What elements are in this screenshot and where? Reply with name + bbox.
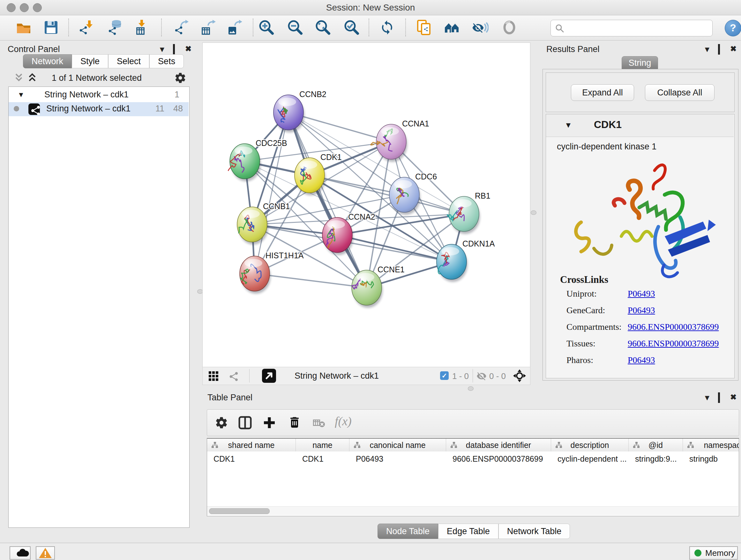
column-header-@id[interactable]: @id <box>629 439 683 451</box>
table-panel-maximize-button[interactable] <box>718 393 720 402</box>
table-cell[interactable]: CDK1 <box>207 452 296 466</box>
tab-style[interactable]: Style <box>72 54 108 68</box>
network-row-selected[interactable]: String Network – cdk1 11 48 <box>9 102 189 116</box>
network-node-RB1[interactable]: RB1 <box>448 191 490 234</box>
table-cell[interactable]: 9606.ENSP00000378699 <box>446 452 551 466</box>
table-panel-float-button[interactable]: ▼ <box>703 393 711 402</box>
results-panel-close-button[interactable]: ✖ <box>730 44 737 53</box>
network-node-CCNB2[interactable]: CCNB2 <box>273 90 327 132</box>
tab-select[interactable]: Select <box>108 54 149 68</box>
export-image-button[interactable] <box>226 19 243 36</box>
import-table-file-button[interactable] <box>133 19 150 36</box>
scrollbar-thumb[interactable] <box>209 508 270 514</box>
zoom-out-button[interactable] <box>287 19 304 36</box>
network-node-CDC6[interactable]: CDC6 <box>389 172 437 215</box>
export-network-button[interactable] <box>173 19 189 36</box>
network-edge-CCNA2-CDKN1A[interactable] <box>337 235 452 262</box>
results-panel-float-button[interactable]: ▼ <box>703 45 711 54</box>
show-all-networks-button[interactable] <box>444 19 460 36</box>
cloud-button[interactable] <box>10 546 30 560</box>
column-label: @id <box>649 441 663 449</box>
crosslink-value-link[interactable]: P06493 <box>628 289 655 299</box>
control-panel-float-button[interactable]: ▼ <box>158 45 166 54</box>
crosslink-value-link[interactable]: 9606.ENSP00000378699 <box>628 322 719 332</box>
table-cell[interactable]: stringdb <box>683 452 739 466</box>
birds-eye-grid-icon[interactable] <box>208 371 219 381</box>
function-builder-icon[interactable]: f(x) <box>335 414 352 428</box>
network-canvas[interactable]: CCNB2CCNA1CDC25BCDK1CDC6RB1CCNB1CCNA2CDK… <box>202 43 530 367</box>
column-header-shared-name[interactable]: shared name <box>207 439 296 451</box>
expand-collapse-box: Expand All Collapse All <box>546 72 735 112</box>
table-cell[interactable]: P06493 <box>349 452 446 466</box>
expand-all-button[interactable]: Expand All <box>571 84 634 101</box>
table-cell[interactable]: cyclin-dependent ... <box>551 452 629 466</box>
table-cell[interactable]: stringdb:9... <box>629 452 683 466</box>
toolbar-separator <box>368 18 369 37</box>
column-header-name[interactable]: name <box>296 439 349 451</box>
network-list: ▼ String Network – cdk1 1 String Network… <box>8 86 190 528</box>
tab-node-table[interactable]: Node Table <box>378 523 438 539</box>
warnings-button[interactable] <box>36 546 55 560</box>
network-edge-CDK1-RB1[interactable] <box>310 175 464 214</box>
results-panel-maximize-button[interactable] <box>718 45 720 54</box>
entry-collapse-arrow-icon[interactable]: ▼ <box>564 121 572 130</box>
network-share-icon[interactable] <box>227 370 239 381</box>
column-header-canonical-name[interactable]: canonical name <box>349 439 446 451</box>
help-button[interactable]: ? <box>725 20 741 37</box>
add-column-plus-icon[interactable] <box>263 416 276 429</box>
detach-view-button[interactable] <box>262 369 276 383</box>
column-label: description <box>570 441 609 449</box>
clone-network-button[interactable] <box>416 19 432 36</box>
table-options-gear-icon[interactable] <box>215 416 228 429</box>
import-network-file-button[interactable] <box>77 19 94 36</box>
network-node-HIST1H1A[interactable]: HIST1H1A <box>240 251 304 294</box>
tab-network[interactable]: Network <box>23 54 72 68</box>
gene-entry-header[interactable]: ▼ CDK1 <box>546 114 734 137</box>
import-network-database-button[interactable] <box>107 19 124 36</box>
save-session-button[interactable] <box>43 19 59 36</box>
crosslink-value-link[interactable]: P06493 <box>628 355 655 365</box>
memory-button[interactable]: Memory <box>689 546 738 560</box>
collapse-all-button[interactable]: Collapse All <box>645 84 715 101</box>
main-toolbar: ? <box>0 15 741 41</box>
column-header-description[interactable]: description <box>551 439 629 451</box>
search-input[interactable] <box>567 21 709 35</box>
tab-network-table[interactable]: Network Table <box>498 523 570 539</box>
network-options-gear-icon[interactable] <box>174 72 186 84</box>
zoom-in-button[interactable] <box>258 19 275 36</box>
network-node-CDKN1A[interactable]: CDKN1A <box>436 239 495 282</box>
tab-sets[interactable]: Sets <box>149 54 184 68</box>
column-header-database-identifier[interactable]: database identifier <box>446 439 551 451</box>
open-session-button[interactable] <box>15 19 32 36</box>
network-node-CCNA1[interactable]: CCNA1 <box>371 119 429 162</box>
tab-edge-table[interactable]: Edge Table <box>438 523 498 539</box>
network-edge-CCNE1-HIST1H1A[interactable] <box>255 273 367 288</box>
horizontal-splitter-handle[interactable] <box>468 386 474 391</box>
apply-layout-button[interactable] <box>379 19 395 36</box>
control-panel-close-button[interactable]: ✖ <box>185 44 192 53</box>
control-panel-maximize-button[interactable] <box>173 45 175 54</box>
collection-expand-arrow-icon[interactable]: ▼ <box>17 91 24 99</box>
delete-table-icon[interactable] <box>313 418 325 428</box>
show-columns-icon[interactable] <box>239 416 252 429</box>
hide-details-button[interactable] <box>472 19 488 36</box>
zoom-selected-button[interactable] <box>343 19 360 36</box>
fit-content-crosshair-icon[interactable] <box>513 369 526 382</box>
zoom-fit-button[interactable] <box>315 19 331 36</box>
table-cell[interactable]: CDK1 <box>296 452 349 466</box>
network-edge-CCNB2-HIST1H1A[interactable] <box>255 112 288 273</box>
tab-string[interactable]: String <box>622 56 658 70</box>
network-node-CDK1[interactable]: CDK1 <box>294 152 342 195</box>
crosslink-value-link[interactable]: P06493 <box>628 305 655 315</box>
network-collection-row[interactable]: ▼ String Network – cdk1 1 <box>9 88 189 102</box>
selected-checkbox-icon[interactable]: ✓ <box>440 371 449 380</box>
delete-column-trash-icon[interactable] <box>287 415 301 429</box>
crosslink-value-link[interactable]: 9606.ENSP00000378699 <box>628 338 719 349</box>
column-header-namespace[interactable]: namespace <box>683 439 739 451</box>
right-splitter-handle[interactable] <box>531 210 536 215</box>
graphics-details-button[interactable] <box>501 19 518 36</box>
export-table-button[interactable] <box>200 19 216 36</box>
open-folder-icon <box>15 19 32 36</box>
network-edge-CCNB2-CCNE1[interactable] <box>288 112 367 288</box>
table-panel-close-button[interactable]: ✖ <box>730 393 737 401</box>
